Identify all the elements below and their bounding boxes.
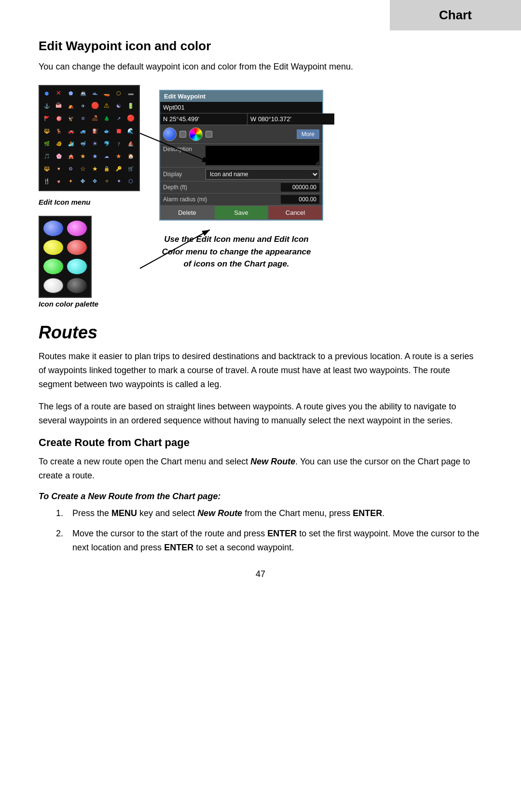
color-cyan (67, 259, 87, 274)
ew-alarm-row: Alarm radius (mi) 000.00 (160, 194, 322, 206)
icon-cell: ◼ (113, 126, 124, 136)
header-bar: Chart (390, 0, 521, 30)
ew-dropdown-arrow2[interactable] (206, 131, 212, 138)
step-2-text: Move the cursor to the start of the rout… (72, 527, 482, 555)
icon-cell: ✧ (101, 176, 112, 187)
ew-dropdown-arrow1[interactable] (179, 131, 186, 138)
ew-alarm-label: Alarm radius (mi) (163, 196, 207, 203)
ew-color-icon-btn[interactable] (189, 127, 203, 141)
icon-grid: ● ✕ ⬟ 🚢 🛥 🚤 ⬡ ▬ ⚓ 🏔 ⛺ ✈ 🛑 (39, 85, 140, 191)
ew-more-button[interactable]: More (297, 129, 319, 139)
caption-box: Use the Edit Icon menu and Edit Icon Col… (159, 233, 314, 270)
icon-cell: 🚩 (41, 113, 52, 124)
icon-cell: ⚓ (41, 100, 52, 111)
header-title: Chart (439, 8, 472, 23)
routes-title: Routes (39, 322, 482, 343)
step-1-text: Press the MENU key and select New Route … (72, 506, 384, 520)
icon-cell: 🚢 (78, 88, 88, 98)
step-2-number: 2. (56, 527, 66, 555)
ew-titlebar: Edit Waypoint (160, 91, 322, 102)
icon-cell: ? (113, 139, 124, 149)
color-white (43, 278, 63, 294)
create-route-intro: To create a new route open the Chart men… (39, 455, 482, 483)
ew-cancel-button[interactable]: Cancel (268, 206, 322, 220)
ew-action-buttons: Delete Save Cancel (160, 206, 322, 220)
icon-cell: ★ (78, 151, 88, 162)
icon-cell: ✤ (78, 176, 88, 187)
steps-list: 1. Press the MENU key and select New Rou… (56, 506, 482, 555)
ew-display-select[interactable]: Icon and name (206, 169, 319, 180)
icon-cell: 🚤 (101, 88, 112, 98)
ew-desc-row: Description (160, 144, 322, 168)
icon-cell: 🔒 (101, 164, 112, 174)
icon-cell: ⛽ (90, 126, 100, 136)
icon-cell: 🚗 (66, 126, 76, 136)
color-blue (43, 221, 63, 236)
ew-waypoint-icon-btn[interactable] (163, 127, 177, 141)
icon-cell: 🏖 (90, 113, 100, 124)
icon-cell: 🏠 (125, 151, 136, 162)
icon-cell: 🦅 (66, 113, 76, 124)
figures-area: ● ✕ ⬟ 🚢 🛥 🚤 ⬡ ▬ ⚓ 🏔 ⛺ ✈ 🛑 (39, 85, 482, 308)
ew-coord1-input[interactable] (160, 113, 247, 125)
icon-cell: ⬡ (125, 176, 136, 187)
icon-cell: ♥ (54, 176, 64, 187)
icon-cell: 🚙 (78, 126, 88, 136)
ew-icons-row: More (160, 125, 322, 144)
icon-cell: 🍴 (41, 176, 52, 187)
ew-delete-button[interactable]: Delete (160, 206, 214, 220)
routes-section: Routes Routes make it easier to plan tri… (39, 322, 482, 555)
icon-cell: 🛒 (125, 164, 136, 174)
icon-cell: 🔑 (113, 164, 124, 174)
ew-save-button[interactable]: Save (214, 206, 268, 220)
icon-cell: 🏄 (66, 139, 76, 149)
icon-cell: ✈ (78, 100, 88, 111)
icon-cell: ✥ (90, 176, 100, 187)
ew-depth-row: Depth (ft) 00000.00 (160, 182, 322, 194)
icon-cell: ☯ (113, 100, 124, 111)
icon-cell: 🔋 (125, 100, 136, 111)
icon-cell: ✡ (78, 113, 88, 124)
step-2: 2. Move the cursor to the start of the r… (56, 527, 482, 555)
icon-grid-image: ● ✕ ⬟ 🚢 🛥 🚤 ⬡ ▬ ⚓ 🏔 ⛺ ✈ 🛑 (39, 85, 140, 191)
left-figures: ● ✕ ⬟ 🚢 🛥 🚤 ⬡ ▬ ⚓ 🏔 ⛺ ✈ 🛑 (39, 85, 140, 308)
icon-cell: 🌸 (54, 151, 64, 162)
color-magenta (67, 221, 87, 236)
icon-cell: ⬟ (66, 88, 76, 98)
ew-depth-value: 00000.00 (281, 183, 319, 192)
ew-coords-row (160, 113, 322, 125)
icon-cell: 🎵 (41, 151, 52, 162)
icon-cell: 🔱 (41, 164, 52, 174)
ew-depth-label: Depth (ft) (163, 184, 202, 191)
ew-coord2-input[interactable] (247, 113, 334, 125)
icon-cell: 🛑 (90, 100, 100, 111)
icon-cell: 🤿 (78, 139, 88, 149)
color-red (67, 240, 87, 255)
procedure-title: To Create a New Route from the Chart pag… (39, 491, 482, 502)
icon-color-palette-label: Icon color palette (39, 300, 98, 308)
ew-name-input[interactable] (160, 102, 322, 113)
routes-para1: Routes make it easier to plan trips to d… (39, 350, 482, 391)
icon-cell: ☁ (101, 151, 112, 162)
color-yellow (43, 240, 63, 255)
icon-cell: ⬡ (113, 88, 124, 98)
icon-cell: 🐟 (101, 126, 112, 136)
routes-para2: The legs of a route are based on straigh… (39, 400, 482, 428)
icon-cell: 🔱 (41, 126, 52, 136)
icon-cell: ⚠ (101, 100, 112, 111)
ew-alarm-value: 000.00 (281, 195, 319, 204)
icon-cell: 🐬 (101, 139, 112, 149)
caption-text: Use the Edit Icon menu and Edit Icon Col… (159, 233, 314, 270)
icon-cell: 🎪 (66, 151, 76, 162)
color-palette-container: Icon color palette (39, 216, 98, 308)
ew-desc-textarea[interactable] (206, 146, 319, 165)
icon-cell: 🌿 (41, 139, 52, 149)
color-black (67, 278, 87, 294)
icon-cell: ⛺ (66, 100, 76, 111)
create-route-title: Create Route from Chart page (39, 436, 482, 449)
icon-cell: ↗ (113, 113, 124, 124)
icon-cell: ♥ (54, 164, 64, 174)
icon-cell: ☀ (90, 139, 100, 149)
icon-cell: ⛵ (125, 139, 136, 149)
icon-cell: 🔴 (125, 113, 136, 124)
